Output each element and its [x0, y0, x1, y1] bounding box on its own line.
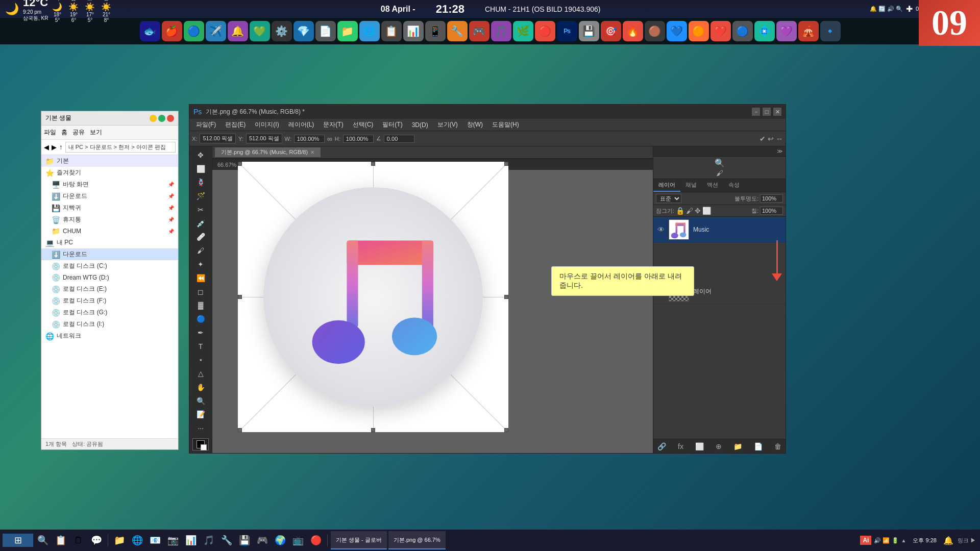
menu-text[interactable]: 문자(T) — [319, 119, 347, 130]
explorer-tab-file[interactable]: 파일 — [44, 128, 56, 137]
nav-back-btn[interactable]: ◀ — [44, 143, 49, 151]
list-item-network[interactable]: 🌐 네트워크 — [41, 330, 178, 342]
ps-canvas-tab[interactable]: 기본.png @ 66.7% (Music, RGB/8) ✕ — [215, 147, 321, 157]
tool-crop[interactable]: ✂ — [192, 204, 209, 216]
list-item-g-drive[interactable]: 💿 로컬 디스크 (G:) — [41, 307, 178, 318]
tool-gradient[interactable]: ▓ — [192, 299, 209, 311]
dock-icon-9[interactable]: 📁 — [337, 21, 358, 41]
dock-icon-24[interactable]: 🟠 — [689, 21, 709, 41]
dock-icon-3[interactable]: ✈️ — [206, 21, 226, 41]
tool-lasso[interactable]: 🪢 — [192, 177, 209, 189]
dock-icon-13[interactable]: 📱 — [425, 21, 446, 41]
add-style-btn[interactable]: fx — [678, 442, 683, 450]
menu-edit[interactable]: 편집(E) — [221, 119, 250, 130]
tool-shape[interactable]: △ — [192, 367, 209, 380]
nav-forward-btn[interactable]: ▶ — [52, 143, 57, 151]
dock-icon-18[interactable]: 🔴 — [535, 21, 555, 41]
taskbar-icon-3[interactable]: 📧 — [147, 532, 163, 548]
tool-more[interactable]: ··· — [192, 422, 209, 434]
tab-close[interactable]: ✕ — [310, 149, 314, 155]
panel-tool-brush2[interactable]: 🖌 — [655, 169, 784, 177]
add-adjustment-btn[interactable]: ⊕ — [716, 442, 722, 450]
taskbar-icon-6[interactable]: 🎵 — [201, 532, 217, 548]
dock-icon-27[interactable]: 💠 — [754, 21, 775, 41]
taskbar-app-explorer[interactable]: 기본 생물 - 글로버 — [331, 531, 387, 549]
tool-foreground-bg[interactable] — [192, 438, 209, 450]
explorer-tab-share[interactable]: 공유 — [72, 128, 85, 137]
add-mask-btn[interactable]: ⬜ — [695, 442, 704, 450]
menu-filter[interactable]: 필터(T) — [378, 119, 406, 130]
taskbar-icon-5[interactable]: 📊 — [183, 532, 199, 548]
taskbar-app-ps[interactable]: 기본.png @ 66.7% — [388, 531, 446, 549]
taskbar-chat-icon[interactable]: 💬 — [88, 532, 105, 548]
dock-ps-icon[interactable]: 🐟 — [140, 21, 160, 41]
tool-spot-heal[interactable]: 🩹 — [192, 231, 209, 243]
menu-layer[interactable]: 레이어(L) — [284, 119, 318, 130]
tool-hand[interactable]: ✋ — [192, 381, 209, 393]
explorer-maximize-btn[interactable] — [158, 115, 165, 122]
tab-layers[interactable]: 레이어 — [653, 179, 680, 192]
nav-up-btn[interactable]: ↑ — [59, 143, 63, 151]
menu-view[interactable]: 보기(V) — [433, 119, 462, 130]
tab-actions[interactable]: 액션 — [702, 179, 723, 192]
tool-eyedropper[interactable]: 💉 — [192, 217, 209, 230]
explorer-tab-view[interactable]: 보기 — [90, 128, 102, 137]
list-item-c-drive[interactable]: 💿 로컬 디스크 (C:) — [41, 260, 178, 272]
dock-icon-23[interactable]: 💙 — [667, 21, 687, 41]
explorer-tab-home[interactable]: 홈 — [61, 128, 67, 137]
taskbar-icon-10[interactable]: 🌍 — [272, 532, 288, 548]
tool-note[interactable]: 📝 — [192, 409, 209, 421]
tool-eraser[interactable]: ◻ — [192, 286, 209, 298]
paint-icon[interactable]: 🖌 — [686, 207, 693, 215]
menu-window[interactable]: 창(W) — [463, 119, 487, 130]
tab-channels[interactable]: 채널 — [680, 179, 702, 192]
dock-icon-28[interactable]: 💜 — [776, 21, 797, 41]
list-item-trash[interactable]: 🗑️ 휴지통 📌 — [41, 214, 178, 226]
taskbar-icon-11[interactable]: 📺 — [290, 532, 306, 548]
dock-icon-22[interactable]: 🟤 — [645, 21, 665, 41]
tool-pen[interactable]: ✒ — [192, 327, 209, 339]
tool-brush[interactable]: 🖌 — [192, 244, 209, 257]
list-item-mypc[interactable]: 💻 내 PC — [41, 237, 178, 248]
dock-icon-5[interactable]: 💚 — [250, 21, 270, 41]
dock-icon-7[interactable]: 💎 — [293, 21, 314, 41]
fill-input[interactable] — [760, 207, 783, 215]
tool-history[interactable]: ⏪ — [192, 272, 209, 284]
tab-properties[interactable]: 속성 — [723, 179, 745, 192]
list-item-f-drive[interactable]: 💿 로컬 디스크 (F:) — [41, 295, 178, 307]
link-layers-btn[interactable]: 🔗 — [657, 442, 666, 450]
menu-file[interactable]: 파일(F) — [192, 119, 220, 130]
dock-icon-14[interactable]: 🔧 — [447, 21, 468, 41]
taskbar-task-icon[interactable]: 📋 — [53, 532, 69, 548]
taskbar-icon-9[interactable]: 🎮 — [254, 532, 271, 548]
explorer-minimize-btn[interactable] — [150, 115, 157, 122]
dock-icon-19[interactable]: 💾 — [579, 21, 599, 41]
menu-3d[interactable]: 3D(D) — [408, 120, 432, 130]
tool-select-rect[interactable]: ⬜ — [192, 163, 209, 175]
dock-icon-16[interactable]: 🎵 — [491, 21, 511, 41]
ps-minimize-btn[interactable]: － — [752, 108, 760, 116]
move-icon[interactable]: ✥ — [695, 207, 701, 215]
tool-type[interactable]: T — [192, 340, 209, 353]
opacity-input[interactable] — [760, 194, 783, 203]
dock-icon-29[interactable]: 🎪 — [798, 21, 819, 41]
taskbar-icon-1[interactable]: 📁 — [111, 532, 128, 548]
artboard-icon[interactable]: ⬜ — [702, 207, 711, 215]
list-item-download[interactable]: ⬇️ 다운로드 📌 — [41, 190, 178, 202]
tool-dodge[interactable]: 🔵 — [192, 313, 209, 325]
list-item-d-drive[interactable]: 💿 Dream WTG (D:) — [41, 272, 178, 283]
dock-icon-25[interactable]: ❤️ — [710, 21, 731, 41]
collapse-icon[interactable]: ≫ — [777, 148, 783, 155]
dock-icon-1[interactable]: 🍎 — [162, 21, 182, 41]
list-item-favorites[interactable]: ⭐ 즐겨찾기 — [41, 167, 178, 179]
lock-icon[interactable]: 🔒 — [676, 207, 684, 215]
dock-icon-15[interactable]: 🎮 — [469, 21, 489, 41]
dock-icon-8[interactable]: 📄 — [315, 21, 336, 41]
tool-zoom[interactable]: 🔍 — [192, 395, 209, 407]
ps-restore-btn[interactable]: □ — [763, 108, 771, 116]
taskbar-widget-icon[interactable]: 🗒 — [70, 532, 87, 548]
dock-icon-2[interactable]: 🔵 — [184, 21, 204, 41]
explorer-close-btn[interactable] — [167, 115, 174, 122]
taskbar-notification-btn[interactable]: 🔔 — [943, 536, 953, 545]
list-item-download2[interactable]: ⬇️ 다운로드 — [41, 248, 178, 260]
